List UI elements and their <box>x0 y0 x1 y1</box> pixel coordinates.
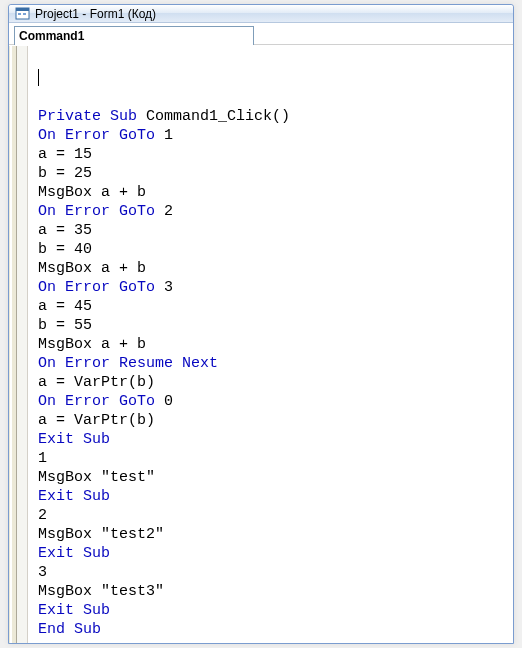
keyword-token: End Sub <box>38 621 101 638</box>
code-token: 3 <box>155 279 173 296</box>
code-line[interactable]: Private Sub Command1_Click() <box>38 107 513 126</box>
code-line[interactable]: On Error GoTo 2 <box>38 202 513 221</box>
code-line[interactable]: Exit Sub <box>38 601 513 620</box>
code-line[interactable]: On Error GoTo 1 <box>38 126 513 145</box>
code-line[interactable]: a = 45 <box>38 297 513 316</box>
code-token: MsgBox a + b <box>38 260 146 277</box>
splitter-bar[interactable] <box>9 46 17 643</box>
code-window: Project1 - Form1 (Код) Command1 Private … <box>8 4 514 644</box>
keyword-token: On Error GoTo <box>38 393 155 410</box>
code-token: a = 35 <box>38 222 92 239</box>
code-line[interactable]: MsgBox "test2" <box>38 525 513 544</box>
code-line[interactable]: b = 55 <box>38 316 513 335</box>
code-line[interactable]: b = 40 <box>38 240 513 259</box>
code-line[interactable]: Exit Sub <box>38 487 513 506</box>
keyword-token: On Error GoTo <box>38 127 155 144</box>
svg-rect-1 <box>16 8 29 11</box>
code-token: MsgBox "test" <box>38 469 155 486</box>
code-token: a = 15 <box>38 146 92 163</box>
code-line[interactable]: End Sub <box>38 620 513 639</box>
keyword-token: Private Sub <box>38 108 137 125</box>
code-line[interactable]: a = 15 <box>38 145 513 164</box>
code-token: b = 40 <box>38 241 92 258</box>
keyword-token: Exit Sub <box>38 602 110 619</box>
code-token: MsgBox a + b <box>38 336 146 353</box>
keyword-token: Exit Sub <box>38 545 110 562</box>
code-token: b = 55 <box>38 317 92 334</box>
code-token: a = VarPtr(b) <box>38 412 155 429</box>
code-line[interactable]: MsgBox "test3" <box>38 582 513 601</box>
code-token: a = VarPtr(b) <box>38 374 155 391</box>
keyword-token: Exit Sub <box>38 431 110 448</box>
code-token: MsgBox a + b <box>38 184 146 201</box>
code-line[interactable]: On Error Resume Next <box>38 354 513 373</box>
code-line[interactable]: a = VarPtr(b) <box>38 373 513 392</box>
code-token: 1 <box>155 127 173 144</box>
code-line[interactable]: a = 35 <box>38 221 513 240</box>
keyword-token: Exit Sub <box>38 488 110 505</box>
code-token: 0 <box>155 393 173 410</box>
code-line[interactable]: 3 <box>38 563 513 582</box>
code-line[interactable]: On Error GoTo 0 <box>38 392 513 411</box>
code-line[interactable]: MsgBox a + b <box>38 259 513 278</box>
code-line[interactable]: 2 <box>38 506 513 525</box>
code-editor[interactable]: Private Sub Command1_Click()On Error GoT… <box>28 46 513 643</box>
svg-rect-3 <box>23 13 26 15</box>
form-icon <box>15 6 31 22</box>
keyword-token: On Error GoTo <box>38 203 155 220</box>
code-token: 2 <box>155 203 173 220</box>
window-title: Project1 - Form1 (Код) <box>35 7 156 21</box>
object-combo-row: Command1 <box>9 23 513 45</box>
titlebar[interactable]: Project1 - Form1 (Код) <box>9 5 513 23</box>
code-token: Command1_Click() <box>137 108 290 125</box>
code-token: 1 <box>38 450 47 467</box>
code-line[interactable]: Exit Sub <box>38 544 513 563</box>
code-line[interactable]: a = VarPtr(b) <box>38 411 513 430</box>
text-caret <box>38 69 39 86</box>
indicator-margin <box>17 46 28 643</box>
keyword-token: On Error GoTo <box>38 279 155 296</box>
code-line[interactable]: MsgBox "test" <box>38 468 513 487</box>
object-combo[interactable]: Command1 <box>14 26 254 46</box>
code-token: 2 <box>38 507 47 524</box>
code-line[interactable]: MsgBox a + b <box>38 335 513 354</box>
code-line[interactable]: MsgBox a + b <box>38 183 513 202</box>
code-line[interactable]: b = 25 <box>38 164 513 183</box>
code-line[interactable]: 1 <box>38 449 513 468</box>
code-line[interactable]: Exit Sub <box>38 430 513 449</box>
code-token: a = 45 <box>38 298 92 315</box>
code-line[interactable]: On Error GoTo 3 <box>38 278 513 297</box>
object-combo-value: Command1 <box>19 29 84 43</box>
code-token: MsgBox "test2" <box>38 526 164 543</box>
code-token: 3 <box>38 564 47 581</box>
code-token: MsgBox "test3" <box>38 583 164 600</box>
svg-rect-2 <box>18 13 21 15</box>
code-area: Private Sub Command1_Click()On Error GoT… <box>9 45 513 643</box>
code-token: b = 25 <box>38 165 92 182</box>
keyword-token: On Error Resume Next <box>38 355 218 372</box>
